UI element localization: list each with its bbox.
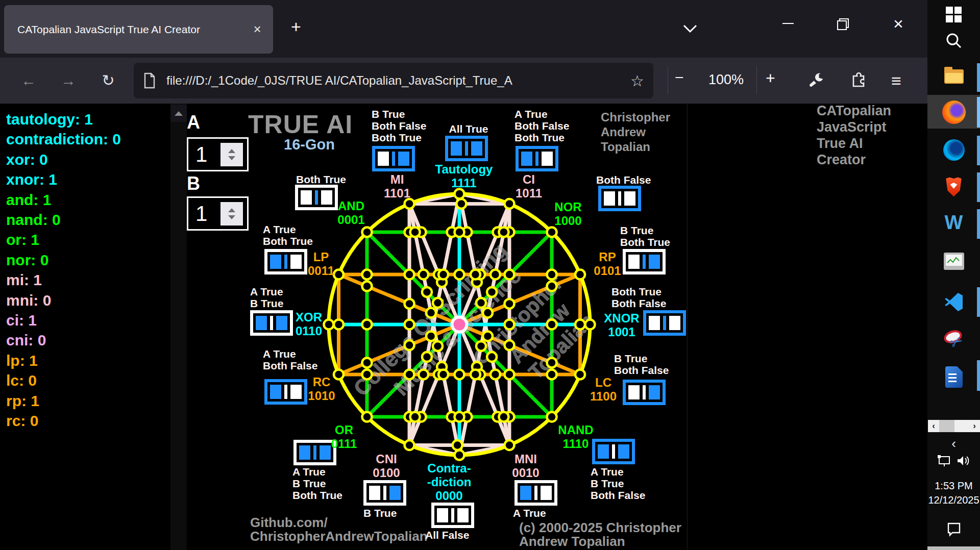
- sidebar-scrollbar[interactable]: [170, 104, 187, 550]
- logic-value-item: xor: 0: [6, 151, 48, 168]
- gate-toggle-mi[interactable]: [372, 146, 415, 171]
- gate-conditions-xnor: Both TrueBoth False: [611, 286, 666, 309]
- url-text: file:///D:/_1Code/_0JS/TRUE AI/CATopalia…: [166, 73, 626, 88]
- browser-toolbar: ← → ↻ file:///D:/_1Code/_0JS/TRUE AI/CAT…: [0, 58, 927, 104]
- zoom-level[interactable]: 100%: [708, 72, 744, 88]
- tab-close-icon[interactable]: ×: [249, 21, 266, 37]
- file-explorer-icon[interactable]: [927, 65, 980, 88]
- waterfox-icon[interactable]: W: [927, 211, 980, 234]
- vscode-icon[interactable]: [927, 290, 980, 313]
- toggle-cell: [535, 151, 539, 166]
- gate-toggle-contradiction[interactable]: [431, 503, 474, 528]
- gate-toggle-rc[interactable]: [264, 379, 307, 405]
- speaker-icon[interactable]: [956, 454, 971, 467]
- firefox-beta-icon[interactable]: [927, 139, 980, 161]
- reload-button[interactable]: ↻: [98, 71, 118, 91]
- gate-toggle-xnor[interactable]: [643, 310, 686, 336]
- toggle-cell: [284, 384, 288, 399]
- gate-label-xnor: XNOR1001: [604, 311, 639, 339]
- windows-start-button[interactable]: [927, 4, 980, 24]
- menu-hamburger-icon[interactable]: ≡: [886, 71, 906, 91]
- gate-toggle-ci[interactable]: [516, 146, 558, 171]
- gate-toggle-or[interactable]: [293, 440, 336, 465]
- toggle-cell: [628, 254, 640, 269]
- taskbar-scroll-thumb[interactable]: [939, 420, 954, 432]
- gate-conditions-mni: A True: [513, 507, 546, 519]
- page-icon: [143, 72, 156, 89]
- gate-toggle-lp[interactable]: [264, 249, 307, 274]
- page-subtitle: 16-Gon: [284, 136, 335, 153]
- libreoffice-writer-icon[interactable]: [927, 365, 980, 389]
- new-tab-button[interactable]: +: [285, 15, 307, 38]
- gate-toggle-lc[interactable]: [623, 380, 666, 405]
- gate-toggle-nor[interactable]: [598, 186, 641, 211]
- window-minimize-button[interactable]: [774, 9, 802, 38]
- toggle-cell: [255, 315, 267, 331]
- gate-toggle-tautology[interactable]: [445, 136, 488, 161]
- input-a-stepper[interactable]: [220, 143, 243, 166]
- address-bar[interactable]: file:///D:/_1Code/_0JS/TRUE AI/CATopalia…: [134, 63, 653, 98]
- gate-conditions-ci: A TrueBoth FalseBoth True: [514, 108, 569, 143]
- logic-value-item: tautology: 1: [6, 111, 93, 128]
- gate-conditions-and: Both True: [296, 173, 346, 185]
- input-a-field[interactable]: 1: [187, 137, 249, 171]
- brave-icon[interactable]: [927, 176, 980, 198]
- scrollbar-up-button[interactable]: [170, 105, 187, 122]
- toggle-cell: [377, 151, 389, 166]
- toggle-cell: [628, 385, 640, 400]
- toggle-cell: [663, 315, 667, 331]
- firefox-icon[interactable]: [927, 100, 980, 124]
- logic-value-item: mi: 1: [6, 271, 42, 289]
- forward-button[interactable]: →: [58, 71, 79, 91]
- snipping-tool-icon[interactable]: ✂: [927, 328, 980, 350]
- toggle-cell: [642, 254, 646, 269]
- taskbar-scroll-strip[interactable]: ‹ ›: [928, 420, 980, 432]
- browser-tab[interactable]: CATopalian JavaScript True AI Creator ×: [4, 5, 273, 54]
- window-restore-button[interactable]: [828, 9, 856, 38]
- bookmark-star-icon[interactable]: ☆: [630, 72, 644, 90]
- gate-toggle-rp[interactable]: [623, 249, 666, 274]
- toggle-cell: [270, 315, 274, 331]
- toggle-cell: [270, 254, 282, 269]
- toggle-cell: [471, 141, 483, 156]
- toggle-cell: [648, 385, 660, 400]
- show-desktop-strip[interactable]: [927, 546, 980, 550]
- toggle-cell: [270, 384, 282, 399]
- gate-conditions-tautology: All True: [449, 123, 488, 135]
- hidden-icons-chevron[interactable]: ‹: [927, 436, 980, 451]
- input-b-field[interactable]: 1: [187, 196, 249, 231]
- search-icon[interactable]: [927, 31, 980, 51]
- toggle-cell: [618, 444, 630, 459]
- tab-list-chevron-icon[interactable]: [680, 19, 700, 37]
- page-title: TRUE AI: [248, 110, 353, 139]
- gate-toggle-xor[interactable]: [250, 310, 293, 336]
- taskbar-scroll-right[interactable]: ›: [969, 421, 980, 431]
- input-b-stepper[interactable]: [220, 202, 243, 226]
- github-footer: Github.com/ChristopherAndrewTopalian: [250, 516, 428, 543]
- back-button[interactable]: ←: [18, 71, 39, 91]
- logic-value-item: rp: 1: [6, 392, 39, 410]
- developer-wrench-icon[interactable]: [806, 71, 827, 91]
- action-center-icon[interactable]: [927, 520, 980, 538]
- gate-toggle-and[interactable]: [295, 185, 338, 210]
- zoom-out-button[interactable]: −: [675, 69, 684, 86]
- copyright-footer: (c) 2000-2025 ChristopherAndrew Topalian: [519, 521, 681, 548]
- network-icon[interactable]: [937, 454, 951, 467]
- gate-conditions-cni: B True: [363, 507, 397, 519]
- gate-label-mni: MNI0010: [512, 452, 539, 480]
- extension-puzzle-icon[interactable]: [847, 71, 868, 91]
- taskbar-date[interactable]: 12/12/2025: [927, 494, 980, 506]
- taskbar-scroll-left[interactable]: ‹: [928, 421, 939, 431]
- taskbar-clock[interactable]: 1:53 PM: [927, 480, 980, 492]
- zoom-in-button[interactable]: +: [766, 69, 775, 88]
- browser-tab-bar: CATopalian JavaScript True AI Creator × …: [0, 0, 927, 58]
- toggle-cell: [618, 191, 622, 206]
- gate-conditions-lp: A TrueBoth True: [263, 223, 313, 247]
- system-monitor-icon[interactable]: [927, 251, 980, 271]
- gate-label-lp: LP0011: [308, 250, 334, 278]
- window-close-button[interactable]: ×: [884, 9, 913, 38]
- gate-toggle-cni[interactable]: [363, 480, 406, 506]
- gate-label-mi: MI1101: [384, 172, 410, 200]
- gate-toggle-mni[interactable]: [514, 480, 557, 506]
- gate-toggle-nand[interactable]: [592, 439, 635, 464]
